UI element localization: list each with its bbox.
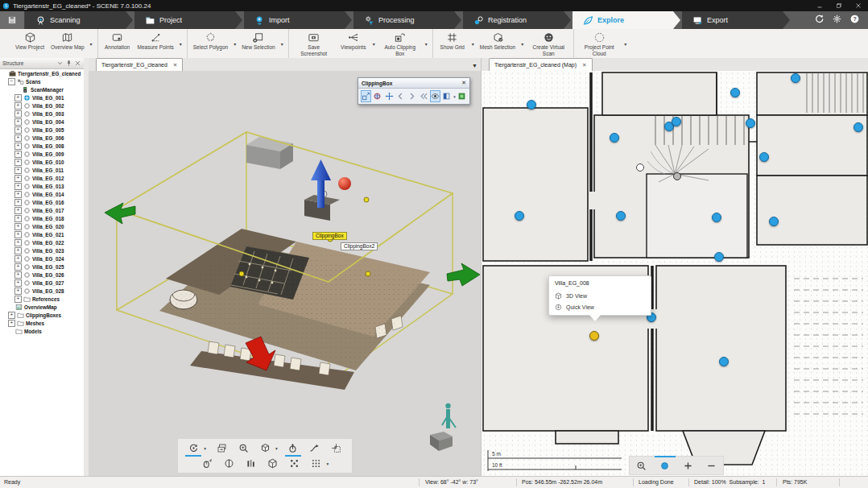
zoom-in-button[interactable]	[682, 459, 695, 472]
pan-button[interactable]	[215, 442, 228, 455]
map-view-tab[interactable]: Tiergartenstr_EG_cleaned (Map) ✕	[489, 58, 593, 71]
map-viewport[interactable]: Villa_EG_008 3D View Quick View 5 m 10 f…	[482, 71, 868, 477]
scan-point[interactable]	[714, 252, 724, 262]
tree-expander-icon[interactable]: +	[14, 110, 22, 118]
tree-item-villa_eg_002[interactable]: +Villa_EG_002	[0, 101, 84, 110]
tree-expander-icon[interactable]: +	[14, 296, 22, 303]
clippingbox-toolbar-titlebar[interactable]: ClippingBox ✕	[358, 78, 469, 89]
scan-point[interactable]	[791, 73, 800, 83]
tree-expander-icon[interactable]: +	[14, 134, 22, 142]
dropdown-arrow-icon[interactable]: ▾	[88, 29, 95, 58]
move-box-button[interactable]	[384, 90, 395, 102]
tree-item-models[interactable]: Models	[0, 327, 84, 335]
sync-button[interactable]	[814, 13, 825, 27]
tree-item-villa_eg_001[interactable]: +Villa_EG_001	[0, 93, 84, 101]
tree-expander-icon[interactable]: +	[14, 167, 22, 174]
close-button[interactable]	[849, 0, 868, 11]
toolbar-mesh-selection-button[interactable]: Mesh Selection	[477, 29, 519, 58]
scan-point[interactable]	[746, 118, 755, 128]
visibility-button[interactable]	[430, 90, 440, 102]
toolbar-show-grid-button[interactable]: Show Grid	[436, 29, 469, 58]
toolbar-viewpoints-button[interactable]: Viewpoints	[337, 29, 370, 58]
tree-expander-icon[interactable]: +	[14, 143, 22, 150]
tree-expander-icon[interactable]: +	[14, 159, 22, 166]
toolbar-select-polygon-button[interactable]: Select Polygon	[190, 29, 231, 58]
dropdown-arrow-icon[interactable]: ▾	[204, 446, 206, 451]
tree-expander-icon[interactable]: +	[8, 320, 15, 327]
ribbon-tab-scanning[interactable]: Scanning	[25, 11, 133, 29]
zoom-out-button[interactable]	[705, 459, 718, 472]
origin-sphere[interactable]	[338, 177, 351, 190]
tree-item-villa_eg_027[interactable]: +Villa_EG_027	[0, 279, 84, 287]
tree-expander-icon[interactable]: +	[14, 126, 22, 134]
tree-expander-icon[interactable]: +	[14, 287, 22, 295]
cube-3d-button[interactable]	[267, 457, 279, 470]
tree-expander-icon[interactable]: +	[14, 255, 22, 263]
tree-item-villa_eg_003[interactable]: +Villa_EG_003	[0, 110, 84, 118]
clippingbox-toolbar[interactable]: ClippingBox ✕ ▾	[358, 77, 470, 105]
tree-item-villa_eg_028[interactable]: +Villa_EG_028	[0, 287, 84, 295]
ribbon-tab-import[interactable]: Import	[244, 11, 352, 29]
scan-point[interactable]	[610, 133, 619, 143]
ribbon-tab-registration[interactable]: Registration	[463, 11, 571, 29]
dropdown-arrow-icon[interactable]: ▾	[279, 29, 286, 58]
tree-item-tiergartenstr_eg_cleaned[interactable]: Tiergartenstr_EG_cleaned	[0, 69, 84, 77]
scan-point[interactable]	[730, 88, 740, 97]
clip-view-button[interactable]	[441, 90, 452, 102]
tree-item-villa_eg_022[interactable]: +Villa_EG_022	[0, 238, 84, 246]
toolbar-annotation-button[interactable]: Annotation	[101, 29, 134, 58]
close-icon[interactable]: ✕	[461, 80, 466, 86]
dot-grid-button[interactable]	[310, 457, 323, 470]
tree-expander-icon[interactable]: +	[14, 94, 22, 101]
history-button[interactable]	[418, 90, 428, 102]
tree-item-villa_eg_010[interactable]: +Villa_EG_010	[0, 158, 84, 166]
toolbar-create-virtual-scan-button[interactable]: Create Virtual Scan	[526, 29, 571, 58]
dropdown-arrow-icon[interactable]: ▾	[177, 29, 184, 58]
tree-item-villa_eg_013[interactable]: +Villa_EG_013	[0, 182, 84, 190]
tree-item-villa_eg_009[interactable]: +Villa_EG_009	[0, 150, 84, 158]
tree-item-villa_eg_014[interactable]: +Villa_EG_014	[0, 190, 84, 198]
examine-button[interactable]	[201, 457, 214, 470]
tree-item-villa_eg_023[interactable]: +Villa_EG_023	[0, 246, 84, 254]
tree-item-villa_eg_026[interactable]: +Villa_EG_026	[0, 271, 84, 279]
minimize-button[interactable]	[810, 0, 829, 11]
pan-mode-button[interactable]	[659, 459, 672, 472]
tree-expander-icon[interactable]: +	[14, 102, 22, 110]
walk-button[interactable]	[287, 442, 300, 455]
tree-item-clippingboxes[interactable]: +ClippingBoxes	[0, 311, 84, 319]
tree-item-villa_eg_018[interactable]: +Villa_EG_018	[0, 214, 84, 222]
tree-item-villa_eg_008[interactable]: +Villa_EG_008	[0, 142, 84, 150]
tree-expander-icon[interactable]: +	[14, 271, 22, 279]
scale-box-button[interactable]	[361, 90, 371, 102]
clippingbox2-label[interactable]: ClippingBox2	[341, 242, 378, 250]
tree-item-villa_eg_006[interactable]: +Villa_EG_006	[0, 134, 84, 142]
orbit-button[interactable]	[187, 442, 200, 455]
scan-point[interactable]	[616, 211, 626, 221]
tree-item-villa_eg_021[interactable]: +Villa_EG_021	[0, 230, 84, 238]
panel-pin-button[interactable]	[65, 60, 72, 67]
tree-expander-icon[interactable]: +	[14, 231, 22, 238]
settings-button[interactable]	[832, 13, 842, 27]
tree-expander-icon[interactable]: +	[14, 239, 22, 246]
tree-item-villa_eg_012[interactable]: +Villa_EG_012	[0, 174, 84, 182]
scan-point[interactable]	[719, 357, 729, 366]
dropdown-arrow-icon[interactable]: ▾	[453, 94, 456, 99]
tree-item-overviewmap[interactable]: OverviewMap	[0, 303, 84, 311]
tree-expander-icon[interactable]: +	[14, 199, 22, 206]
tree-item-scans[interactable]: −Scans	[0, 77, 84, 85]
panel-close-button[interactable]	[74, 60, 81, 67]
tree-expander-icon[interactable]: +	[14, 263, 22, 271]
tree-expander-icon[interactable]: +	[14, 183, 22, 190]
tree-expander-icon[interactable]: +	[14, 151, 22, 158]
fly-button[interactable]	[308, 442, 321, 455]
tree-item-villa_eg_025[interactable]: +Villa_EG_025	[0, 263, 84, 271]
ribbon-tab-explore[interactable]: Explore	[572, 11, 680, 29]
tree-expander-icon[interactable]: +	[14, 207, 22, 214]
toolbar-auto-clipping-box-button[interactable]: Auto Clipping Box	[378, 29, 423, 58]
tab-list-dropdown-icon[interactable]: ▼	[472, 63, 477, 68]
tree-expander-icon[interactable]: +	[14, 175, 22, 182]
tree-expander-icon[interactable]: +	[14, 215, 22, 222]
points-button[interactable]	[288, 457, 301, 470]
tree-item-villa_eg_017[interactable]: +Villa_EG_017	[0, 206, 84, 214]
toolbar-measure-points-button[interactable]: Measure Points	[134, 29, 177, 58]
